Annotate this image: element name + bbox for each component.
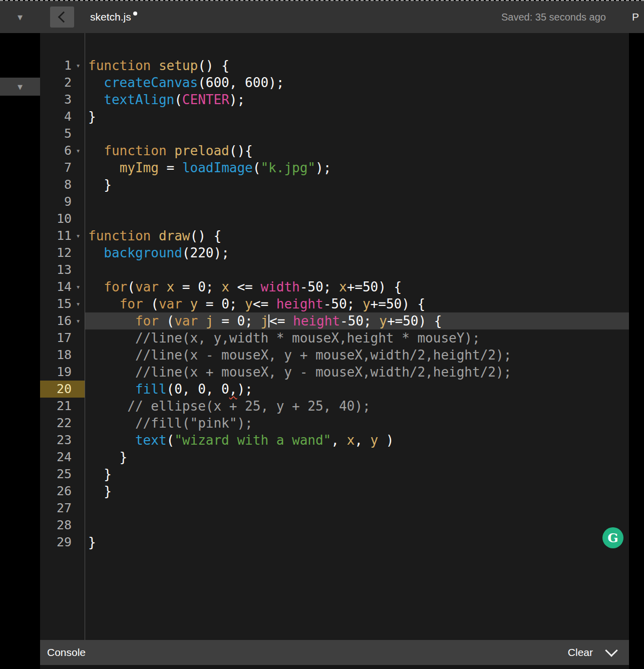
chevron-down-icon: ▾ [18, 82, 23, 92]
gutter-line-7[interactable]: 7 [40, 159, 85, 176]
fold-caret-icon[interactable]: ▾ [72, 227, 85, 244]
gutter-line-12[interactable]: 12 [40, 244, 85, 261]
gutter-line-9[interactable]: 9 [40, 193, 85, 210]
line-number: 24 [57, 449, 72, 466]
code-line-22[interactable]: //fill("pink"); [85, 415, 629, 432]
code-line-5[interactable] [85, 125, 629, 142]
code-line-17[interactable]: //line(x, y,width * mouseX,height * mous… [85, 329, 629, 347]
gutter-line-21[interactable]: 21 [40, 398, 85, 415]
line-number: 15 [57, 295, 72, 312]
gutter-line-8[interactable]: 8 [40, 176, 85, 193]
code-line-21[interactable]: // ellipse(x + 25, y + 25, 40); [85, 398, 629, 415]
gutter-line-24[interactable]: 24 [40, 449, 85, 466]
gutter-line-11[interactable]: 11▾ [40, 227, 85, 244]
gutter-line-16[interactable]: 16▾ [40, 312, 85, 329]
gutter-line-13[interactable]: 13 [40, 261, 85, 278]
project-dropdown-toggle[interactable]: ▾ [0, 1, 40, 33]
line-number: 11 [57, 227, 72, 244]
gutter-line-25[interactable]: 25 [40, 466, 85, 483]
code-line-20[interactable]: fill(0, 0, 0,); [85, 381, 629, 398]
line-number: 5 [64, 125, 72, 142]
gutter-line-15[interactable]: 15▾ [40, 295, 85, 312]
code-line-3[interactable]: textAlign(CENTER); [85, 91, 629, 108]
gutter-line-2[interactable]: 2 [40, 74, 85, 91]
file-name: sketch.js [90, 11, 131, 23]
gutter-line-4[interactable]: 4 [40, 108, 85, 125]
code-line-28[interactable] [85, 517, 629, 534]
gutter-line-6[interactable]: 6▾ [40, 142, 85, 159]
code-line-1[interactable]: function setup() { [85, 57, 629, 74]
gutter-line-22[interactable]: 22 [40, 415, 85, 432]
code-line-9[interactable] [85, 193, 629, 210]
code-line-27[interactable] [85, 500, 629, 517]
line-number: 18 [57, 347, 72, 364]
fold-caret-icon[interactable]: ▾ [72, 57, 85, 74]
console-clear-button[interactable]: Clear [568, 646, 593, 658]
line-number: 14 [57, 278, 72, 295]
code-line-13[interactable] [85, 261, 629, 278]
code-line-29[interactable]: } [85, 534, 629, 551]
code-area[interactable]: function setup() { createCanvas(600, 600… [85, 57, 629, 551]
line-number: 22 [57, 415, 72, 432]
gutter-line-17[interactable]: 17 [40, 329, 85, 347]
code-line-23[interactable]: text("wizard with a wand", x, y ) [85, 432, 629, 449]
code-line-7[interactable]: myImg = loadImage("k.jpg"); [85, 159, 629, 176]
code-line-19[interactable]: //line(x + mouseX, y - mouseX,width/2,he… [85, 364, 629, 381]
files-panel-collapse-bar[interactable]: ▾ [0, 78, 40, 96]
gutter-line-19[interactable]: 19 [40, 364, 85, 381]
gutter-line-28[interactable]: 28 [40, 517, 85, 534]
code-pane[interactable]: function setup() { createCanvas(600, 600… [85, 33, 629, 640]
line-number: 1 [64, 57, 72, 74]
code-line-4[interactable]: } [85, 108, 629, 125]
line-number: 21 [57, 398, 72, 415]
gutter-line-29[interactable]: 29 [40, 534, 85, 551]
gutter-line-18[interactable]: 18 [40, 347, 85, 364]
preview-label-cutoff: P [632, 11, 639, 23]
chevron-down-icon[interactable] [605, 644, 617, 656]
line-number: 19 [57, 364, 72, 381]
console-title: Console [47, 646, 86, 658]
fold-caret-icon[interactable]: ▾ [72, 278, 85, 295]
gutter-line-10[interactable]: 10 [40, 210, 85, 227]
line-number: 28 [57, 517, 72, 534]
line-number: 26 [57, 483, 72, 500]
fold-caret-icon[interactable]: ▾ [72, 312, 85, 329]
gutter-line-14[interactable]: 14▾ [40, 278, 85, 295]
code-line-14[interactable]: for(var x = 0; x <= width-50; x+=50) { [85, 278, 629, 295]
back-button[interactable] [50, 7, 74, 28]
code-line-10[interactable] [85, 210, 629, 227]
chevron-left-icon [58, 12, 69, 23]
line-number: 8 [64, 176, 72, 193]
code-line-24[interactable]: } [85, 449, 629, 466]
code-line-12[interactable]: background(220); [85, 244, 629, 261]
gutter-line-1[interactable]: 1▾ [40, 57, 85, 74]
line-number: 13 [57, 261, 72, 278]
saved-status: Saved: 35 seconds ago [501, 12, 606, 23]
code-line-15[interactable]: for (var y = 0; y<= height-50; y+=50) { [85, 295, 629, 312]
line-number: 3 [64, 91, 72, 108]
unsaved-dot-icon [133, 12, 137, 16]
grammarly-badge[interactable]: G [602, 527, 623, 548]
gutter-line-3[interactable]: 3 [40, 91, 85, 108]
code-line-8[interactable]: } [85, 176, 629, 193]
code-editor[interactable]: 1▾23456▾7891011▾121314▾15▾16▾17181920212… [40, 33, 629, 640]
code-line-18[interactable]: //line(x - mouseX, y + mouseX,width/2,he… [85, 347, 629, 364]
code-line-25[interactable]: } [85, 466, 629, 483]
line-number: 6 [64, 142, 72, 159]
line-number: 25 [57, 466, 72, 483]
file-tab[interactable]: sketch.js [90, 11, 137, 23]
gutter-line-27[interactable]: 27 [40, 500, 85, 517]
fold-caret-icon[interactable]: ▾ [72, 142, 85, 159]
code-line-11[interactable]: function draw() { [85, 227, 629, 244]
gutter-line-23[interactable]: 23 [40, 432, 85, 449]
gutter-line-20[interactable]: 20 [40, 381, 85, 398]
gutter-line-5[interactable]: 5 [40, 125, 85, 142]
line-number: 12 [57, 244, 72, 261]
code-line-16[interactable]: for (var j = 0; j<= height-50; y+=50) { [85, 312, 629, 329]
gutter: 1▾23456▾7891011▾121314▾15▾16▾17181920212… [40, 33, 85, 640]
code-line-26[interactable]: } [85, 483, 629, 500]
gutter-line-26[interactable]: 26 [40, 483, 85, 500]
code-line-2[interactable]: createCanvas(600, 600); [85, 74, 629, 91]
fold-caret-icon[interactable]: ▾ [72, 295, 85, 312]
code-line-6[interactable]: function preload(){ [85, 142, 629, 159]
